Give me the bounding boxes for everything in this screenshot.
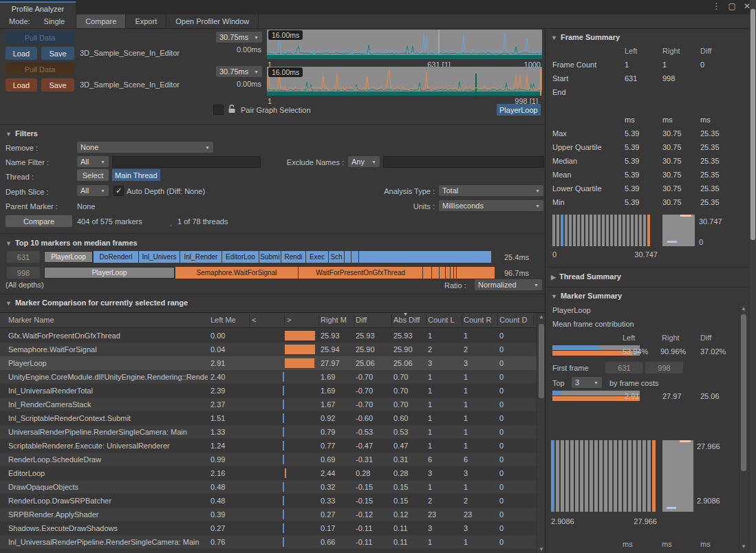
column-separator — [497, 314, 498, 326]
scrollbar-thumb[interactable] — [741, 314, 746, 471]
kebab-menu-icon[interactable]: ⋮ — [713, 1, 721, 11]
ms-hist-max: 27.966 — [602, 517, 657, 525]
scrollbar-thumb[interactable] — [539, 324, 544, 398]
top10-segment[interactable] — [451, 267, 453, 279]
frame-summary-foldout[interactable]: Frame Summary — [551, 33, 620, 41]
top10-segment[interactable] — [359, 251, 491, 263]
table-row[interactable]: UniversalRenderPipeline.RenderSingleCame… — [0, 425, 537, 439]
frame-summary-histogram[interactable] — [552, 215, 658, 246]
table-row[interactable]: DrawOpaqueObjects0.480.32-0.150.15110 — [0, 480, 537, 494]
graph-left-scale-dropdown[interactable]: 30.75ms — [216, 32, 262, 43]
maximize-icon[interactable]: ▢ — [728, 1, 736, 11]
first-frame-right-button[interactable]: 998 — [645, 362, 683, 373]
top10-segment[interactable]: Submi — [259, 251, 281, 263]
ratio-dropdown[interactable]: Normalized — [475, 279, 542, 290]
table-row[interactable]: Shadows.ExecuteDrawShadows0.270.17-0.110… — [0, 521, 537, 535]
first-frame-left-button[interactable]: 631 — [605, 362, 643, 373]
top10-bar-left[interactable]: PlayerLoopDoRenderlInl_UniversInl_Render… — [44, 251, 492, 263]
top10-segment[interactable]: DoRenderl — [94, 251, 138, 263]
top10-segment[interactable] — [446, 267, 450, 279]
abs-diff-value: 25.90 — [393, 343, 425, 356]
column-header[interactable]: Marker Name — [8, 316, 208, 324]
tab-profile-analyzer[interactable]: Profile Analyzer — [0, 1, 76, 14]
marker-name: RenderLoop.DrawSRPBatcher — [8, 494, 208, 508]
pull-data-left-button[interactable]: Pull Data — [6, 31, 74, 44]
left-median-value: 0.39 — [210, 508, 249, 521]
table-row[interactable]: Semaphore.WaitForSignal0.0425.9425.9025.… — [0, 343, 537, 356]
column-header[interactable]: < — [252, 316, 283, 324]
marker-summary-histogram[interactable] — [551, 440, 657, 512]
column-header[interactable]: Right M — [321, 316, 352, 324]
top10-segment[interactable]: Semaphore.WaitForSignal — [175, 267, 298, 279]
count-left-value: 1 — [428, 439, 461, 453]
top10-segment[interactable] — [440, 267, 445, 279]
table-row[interactable]: Inl_UniversalRenderTotal2.391.69-0.700.7… — [0, 384, 537, 398]
table-row[interactable]: Inl_RenderCameraStack2.371.67-0.700.7011… — [0, 398, 537, 411]
top10-frame-left-button[interactable]: 631 — [7, 251, 40, 263]
right-median-value: 0.92 — [321, 411, 354, 425]
contribution-left-value: 53.94% — [623, 347, 648, 356]
fs-stat-label: Upper Quartile — [552, 143, 602, 151]
top10-frame-right-button[interactable]: 998 — [7, 267, 40, 279]
table-row[interactable]: SRPBRender.ApplyShader0.390.27-0.120.122… — [0, 508, 537, 521]
top10-segment[interactable]: PlayerLoop — [44, 267, 175, 279]
column-header[interactable]: Abs Diff — [393, 316, 425, 324]
column-header[interactable]: Count D — [499, 316, 531, 324]
top10-segment[interactable] — [432, 267, 439, 279]
top10-segment[interactable] — [423, 267, 431, 279]
column-header[interactable]: Count L — [428, 316, 460, 324]
table-row[interactable]: Gfx.WaitForPresentOnGfxThread0.0025.9325… — [0, 329, 537, 343]
column-header[interactable]: Diff — [356, 316, 387, 324]
top10-segment[interactable]: WaitForPresentOnGfxThread — [299, 267, 422, 279]
table-row[interactable]: PlayerLoop2.9127.9725.0625.06330 — [0, 356, 537, 370]
table-row[interactable]: ScriptableRenderer.Execute: UniversalRen… — [0, 439, 537, 453]
column-header[interactable]: > — [287, 316, 318, 324]
window-edge-scrollbar[interactable] — [750, 0, 756, 553]
top10-segment[interactable] — [345, 251, 351, 263]
table-row[interactable]: Inl_UniversalRenderPipeline.RenderSingle… — [0, 535, 537, 549]
column-header[interactable]: Left Me — [210, 316, 242, 324]
ms-box-min: 2.9086 — [697, 497, 720, 505]
top10-segment[interactable] — [457, 267, 495, 279]
table-row[interactable]: RenderLoop.ScheduleDraw0.990.69-0.310.31… — [0, 453, 537, 466]
marker-summary-foldout[interactable]: Marker Summary — [551, 292, 622, 300]
thread-summary-foldout[interactable]: Thread Summary — [551, 272, 621, 281]
fs-stat-value: 25.35 — [700, 143, 720, 151]
table-row[interactable]: EditorLoop2.162.440.280.28330 — [0, 466, 537, 480]
top10-segment[interactable]: PlayerLoop — [44, 251, 93, 263]
top-n-dropdown[interactable]: 3 — [572, 377, 602, 388]
scroll-down-icon[interactable]: ▼ — [739, 543, 748, 550]
top10-segment[interactable]: Inl_Univers — [139, 251, 180, 263]
comparison-foldout[interactable]: Marker Comparison for currently selected… — [6, 299, 188, 307]
top10-bar-right[interactable]: PlayerLoopSemaphore.WaitForSignalWaitFor… — [44, 267, 495, 279]
table-row[interactable]: Inl_ScriptableRenderContext.Submit1.510.… — [0, 411, 537, 425]
top10-segment[interactable]: Exec — [306, 251, 328, 263]
open-profiler-window-button[interactable]: Open Profiler Window — [166, 14, 259, 28]
marker-summary-boxplot[interactable] — [662, 440, 693, 512]
top10-segment[interactable] — [454, 267, 456, 279]
scroll-up-icon[interactable]: ▲ — [739, 305, 748, 312]
marker-name: ScriptableRenderer.Execute: UniversalRen… — [8, 439, 208, 453]
mode-single-button[interactable]: Single — [33, 14, 76, 28]
mode-compare-button[interactable]: Compare — [76, 14, 126, 28]
top10-segment[interactable] — [352, 251, 358, 263]
top10-segment[interactable]: Rendi — [281, 251, 305, 263]
histogram-bar — [580, 440, 583, 512]
table-row[interactable]: UnityEngine.CoreModule.dll!UnityEngine.R… — [0, 370, 537, 384]
column-header[interactable]: Count R — [464, 316, 495, 324]
fs-stat-value: 5.39 — [625, 157, 639, 165]
table-row[interactable]: RenderLoop.DrawSRPBatcher0.480.33-0.150.… — [0, 494, 537, 508]
fs-stat-value: 25.35 — [700, 184, 720, 193]
top10-segment[interactable]: EditorLoo — [222, 251, 259, 263]
export-button[interactable]: Export — [126, 14, 166, 28]
marker-summary-scrollbar[interactable]: ▲ ▼ — [739, 305, 748, 550]
top10-foldout[interactable]: Top 10 markers on median frames — [6, 239, 138, 247]
compare-button[interactable]: Compare — [6, 215, 72, 227]
abs-diff-value: 0.70 — [393, 370, 425, 384]
top10-segment[interactable]: Sch — [329, 251, 344, 263]
left-median-value: 0.48 — [210, 494, 249, 508]
abs-diff-value: 0.28 — [393, 466, 425, 480]
top10-segment[interactable]: Inl_Render — [180, 251, 222, 263]
frame-summary-boxplot[interactable] — [662, 215, 695, 246]
scrollbar-thumb[interactable] — [750, 9, 755, 240]
